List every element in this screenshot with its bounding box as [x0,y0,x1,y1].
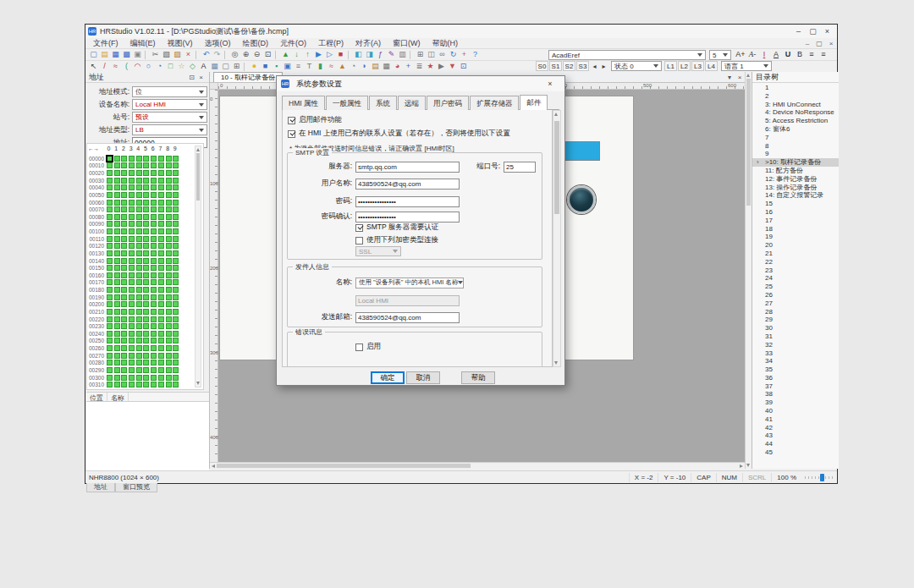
dialog-tab[interactable]: 邮件 [520,95,548,112]
tree-item[interactable]: 29 [752,316,839,324]
curve-icon[interactable]: ( [121,61,132,72]
tree-item[interactable]: 6: 窗体6 [752,125,839,134]
paste-icon[interactable]: ▨ [172,49,183,60]
pie-icon[interactable]: ◕ [392,61,403,72]
dialog-tab[interactable]: 用户密码 [427,96,469,111]
zoom-slider[interactable] [805,476,834,479]
tree-item[interactable]: 9 [752,150,839,158]
language-button[interactable]: L3 [691,61,704,71]
address-grid-row[interactable]: 00210 [87,308,195,316]
tree-item[interactable]: 36 [752,374,839,382]
italic-button[interactable]: I [758,49,770,60]
tree-item[interactable]: 25 [752,283,839,291]
redo-icon[interactable]: ↷ [212,49,223,60]
rect-icon[interactable]: □ [165,61,176,72]
clock-icon[interactable]: ◔ [348,61,359,72]
dialog-scrollbar[interactable] [553,110,561,367]
video-icon[interactable]: ▶ [436,61,447,72]
tree-item[interactable]: 24 [752,274,839,283]
dialog-tab[interactable]: 系统 [369,96,397,111]
address-grid-row[interactable]: 00170 [87,279,195,287]
smtp-auth-checkbox[interactable]: SMTP 服务器需要认证 [355,223,438,233]
username-input[interactable] [355,179,460,190]
history-icon[interactable]: ≣ [414,61,425,72]
library-icon[interactable]: ▥ [397,49,408,60]
address-grid-row[interactable]: 00110 [87,235,195,243]
tree-item[interactable]: 39 [752,398,839,407]
print-icon[interactable]: ▣ [132,49,143,60]
menu-item[interactable]: 帮助(H) [427,38,465,48]
open-folder-icon[interactable]: ▤ [99,49,110,60]
address-grid-row[interactable]: 00180 [87,286,195,294]
help-icon[interactable]: ? [470,49,481,60]
menu-item[interactable]: 窗口(W) [387,38,427,48]
bar-graph-icon[interactable]: ▮ [315,61,326,72]
tree-item[interactable]: 42 [752,424,839,432]
tree-item[interactable]: 2 [752,92,839,101]
ellipse-icon[interactable]: ◔ [154,61,165,72]
address-grid-row[interactable]: 00070 [87,206,195,213]
address-grid-row[interactable]: 00310 [87,381,195,388]
grid-table-icon[interactable]: ⊞ [231,61,242,72]
menu-item[interactable]: 视图(V) [162,38,199,48]
meter-icon[interactable]: ◗ [359,61,370,72]
font-decrease-button[interactable]: A- [746,49,758,60]
tree-item[interactable]: 5: Access Restriction [752,117,839,125]
mdi-minimize-button[interactable]: – [801,40,813,47]
address-grid-row[interactable]: 00190 [87,294,195,301]
polygon-icon[interactable]: ◇ [187,61,198,72]
copy-icon[interactable]: ▧ [161,49,172,60]
gif-icon[interactable]: ★ [425,61,436,72]
word-switch-icon[interactable]: ▪ [271,61,282,72]
address-grid-row[interactable]: 00080 [87,213,195,221]
rectangle-element[interactable] [564,141,600,161]
menu-item[interactable]: 文件(F) [87,38,124,48]
encrypt-checkbox[interactable]: 使用下列加密类型连接 [355,235,438,245]
dialog-close-button[interactable]: × [540,80,560,88]
tree-item[interactable]: 17 [752,217,839,225]
mdi-restore-button[interactable]: ▢ [813,40,825,47]
language-combo[interactable]: 语言 1 [721,61,772,71]
find-icon[interactable]: ◎ [229,49,240,60]
dialog-tab[interactable]: 远端 [398,96,426,111]
table-icon[interactable]: ⊞ [415,49,426,60]
document-tab[interactable]: 10 - 取样记录备份 [213,72,283,82]
arc-icon[interactable]: ◠ [132,61,143,72]
new-window-icon[interactable]: ◧ [353,49,364,60]
address-grid-row[interactable]: 00020 [87,169,195,177]
tree-item[interactable]: 19 [752,233,839,241]
address-grid-row[interactable]: 00240 [87,330,195,338]
menu-item[interactable]: 元件(O) [274,38,312,48]
text-icon[interactable]: A [198,61,209,72]
window-list-icon[interactable]: ◨ [364,49,375,60]
alarm-icon[interactable]: ▲ [337,61,348,72]
tree-item[interactable]: 23 [752,267,839,275]
use-contacts-checkbox[interactable]: 在 HMI 上使用已有的联系人设置（若存在），否则将使用以下设置 [288,129,510,139]
prev-state-button[interactable]: ◂ [590,63,599,70]
tree-item[interactable]: 8 [752,142,839,151]
tree-item[interactable]: 44 [752,440,839,448]
address-grid-row[interactable]: 00280 [87,360,195,367]
tree-item[interactable]: 38 [752,390,839,398]
tree-item[interactable]: 16 [752,208,839,217]
text-display-icon[interactable]: T [304,61,315,72]
minimize-button[interactable]: – [791,25,806,37]
keypad-icon[interactable]: ▦ [381,61,392,72]
zoom-in-icon[interactable]: ⊕ [240,49,251,60]
address-grid-row[interactable]: 00050 [87,191,195,199]
address-field[interactable]: 地址模式: 位 [88,86,207,97]
tree-item[interactable]: 34 [752,357,839,365]
tree-item[interactable]: 41 [752,415,839,424]
underline-button[interactable]: U [782,49,794,60]
address-grid-row[interactable]: 00040 [87,184,195,192]
address-grid-row[interactable]: 00140 [87,257,195,265]
tree-item[interactable]: 30 [752,324,839,332]
help-button[interactable]: 帮助 [461,371,495,384]
tree-item[interactable]: 7 [752,134,839,142]
new-file-icon[interactable]: ▢ [88,49,99,60]
menu-item[interactable]: 选项(O) [199,38,237,48]
panel-tab[interactable]: 地址 [86,482,115,492]
language-button[interactable]: L4 [705,61,718,71]
recipe-icon[interactable]: ▤ [370,61,381,72]
state-button[interactable]: S2 [563,61,575,71]
